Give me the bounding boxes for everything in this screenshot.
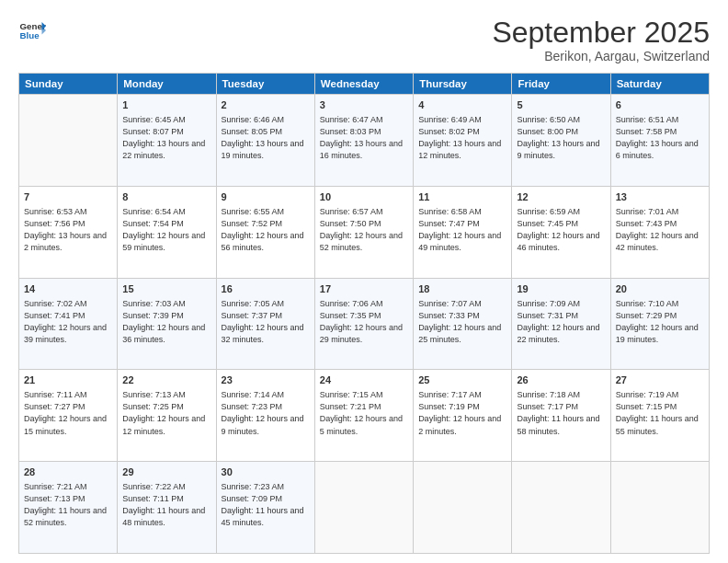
sunrise-text: Sunrise: 7:17 AM — [418, 389, 506, 401]
calendar-page: General Blue September 2025 Berikon, Aar… — [0, 0, 728, 563]
sunrise-text: Sunrise: 7:05 AM — [222, 298, 310, 310]
calendar-cell: 2Sunrise: 6:46 AMSunset: 8:05 PMDaylight… — [216, 95, 314, 187]
daylight-text: Daylight: 12 hours and 29 minutes. — [320, 322, 408, 346]
day-number: 13 — [616, 190, 704, 205]
sunset-text: Sunset: 7:21 PM — [320, 401, 408, 413]
day-number: 23 — [222, 373, 310, 388]
daylight-text: Daylight: 11 hours and 58 minutes. — [517, 413, 605, 437]
logo-icon: General Blue — [18, 17, 46, 44]
sunrise-text: Sunrise: 6:54 AM — [122, 206, 210, 218]
sunset-text: Sunset: 7:17 PM — [517, 401, 605, 413]
page-header: General Blue September 2025 Berikon, Aar… — [18, 17, 710, 63]
day-number: 15 — [122, 282, 210, 297]
daylight-text: Daylight: 12 hours and 2 minutes. — [418, 413, 506, 437]
sunrise-text: Sunrise: 7:03 AM — [122, 298, 210, 310]
calendar-cell: 11Sunrise: 6:58 AMSunset: 7:47 PMDayligh… — [414, 186, 512, 278]
calendar-cell: 17Sunrise: 7:06 AMSunset: 7:35 PMDayligh… — [314, 278, 413, 370]
sunset-text: Sunset: 7:33 PM — [418, 310, 506, 322]
daylight-text: Daylight: 13 hours and 9 minutes. — [517, 138, 605, 162]
calendar-cell: 13Sunrise: 7:01 AMSunset: 7:43 PMDayligh… — [610, 186, 709, 278]
day-number: 4 — [418, 98, 506, 113]
calendar-cell: 26Sunrise: 7:18 AMSunset: 7:17 PMDayligh… — [512, 370, 610, 462]
sunrise-text: Sunrise: 6:47 AM — [320, 114, 408, 126]
sunrise-text: Sunrise: 6:50 AM — [517, 114, 605, 126]
col-header-wednesday: Wednesday — [314, 74, 413, 95]
col-header-tuesday: Tuesday — [216, 74, 314, 95]
week-row-4: 21Sunrise: 7:11 AMSunset: 7:27 PMDayligh… — [19, 370, 710, 462]
day-number: 1 — [122, 98, 210, 113]
sunset-text: Sunset: 7:29 PM — [616, 310, 704, 322]
day-number: 6 — [616, 98, 704, 113]
sunrise-text: Sunrise: 7:15 AM — [320, 389, 408, 401]
logo: General Blue — [18, 17, 46, 44]
daylight-text: Daylight: 13 hours and 2 minutes. — [24, 230, 112, 254]
calendar-cell: 8Sunrise: 6:54 AMSunset: 7:54 PMDaylight… — [118, 186, 216, 278]
sunrise-text: Sunrise: 7:13 AM — [122, 389, 210, 401]
sunset-text: Sunset: 7:37 PM — [222, 310, 310, 322]
daylight-text: Daylight: 11 hours and 48 minutes. — [122, 505, 210, 529]
col-header-saturday: Saturday — [610, 74, 709, 95]
day-number: 2 — [222, 98, 310, 113]
day-number: 27 — [616, 373, 704, 388]
sunset-text: Sunset: 7:47 PM — [418, 218, 506, 230]
day-number: 9 — [222, 190, 310, 205]
sunset-text: Sunset: 7:43 PM — [616, 218, 704, 230]
sunrise-text: Sunrise: 7:02 AM — [24, 298, 112, 310]
daylight-text: Daylight: 13 hours and 22 minutes. — [122, 138, 210, 162]
daylight-text: Daylight: 12 hours and 49 minutes. — [418, 230, 506, 254]
calendar-cell: 29Sunrise: 7:22 AMSunset: 7:11 PMDayligh… — [118, 462, 216, 554]
sunset-text: Sunset: 7:52 PM — [222, 218, 310, 230]
sunrise-text: Sunrise: 6:45 AM — [122, 114, 210, 126]
day-number: 10 — [320, 190, 408, 205]
daylight-text: Daylight: 11 hours and 45 minutes. — [222, 505, 310, 529]
sunset-text: Sunset: 7:09 PM — [222, 493, 310, 505]
week-row-5: 28Sunrise: 7:21 AMSunset: 7:13 PMDayligh… — [19, 462, 710, 554]
sunset-text: Sunset: 7:41 PM — [24, 310, 112, 322]
calendar-cell: 22Sunrise: 7:13 AMSunset: 7:25 PMDayligh… — [118, 370, 216, 462]
calendar-cell: 5Sunrise: 6:50 AMSunset: 8:00 PMDaylight… — [512, 95, 610, 187]
day-number: 26 — [517, 373, 605, 388]
sunset-text: Sunset: 7:58 PM — [616, 126, 704, 138]
daylight-text: Daylight: 13 hours and 6 minutes. — [616, 138, 704, 162]
calendar-cell: 14Sunrise: 7:02 AMSunset: 7:41 PMDayligh… — [19, 278, 118, 370]
calendar-cell: 21Sunrise: 7:11 AMSunset: 7:27 PMDayligh… — [19, 370, 118, 462]
sunrise-text: Sunrise: 7:23 AM — [222, 481, 310, 493]
day-number: 18 — [418, 282, 506, 297]
day-number: 29 — [122, 465, 210, 480]
daylight-text: Daylight: 12 hours and 9 minutes. — [222, 413, 310, 437]
calendar-table: SundayMondayTuesdayWednesdayThursdayFrid… — [18, 73, 710, 554]
day-number: 11 — [418, 190, 506, 205]
daylight-text: Daylight: 12 hours and 19 minutes. — [616, 322, 704, 346]
sunrise-text: Sunrise: 7:14 AM — [222, 389, 310, 401]
calendar-cell: 27Sunrise: 7:19 AMSunset: 7:15 PMDayligh… — [610, 370, 709, 462]
day-number: 5 — [517, 98, 605, 113]
calendar-cell: 4Sunrise: 6:49 AMSunset: 8:02 PMDaylight… — [414, 95, 512, 187]
col-header-sunday: Sunday — [19, 74, 118, 95]
sunset-text: Sunset: 8:03 PM — [320, 126, 408, 138]
sunset-text: Sunset: 7:50 PM — [320, 218, 408, 230]
day-number: 28 — [24, 465, 112, 480]
sunset-text: Sunset: 8:05 PM — [222, 126, 310, 138]
calendar-header-row: SundayMondayTuesdayWednesdayThursdayFrid… — [19, 74, 710, 95]
calendar-cell — [414, 462, 512, 554]
sunset-text: Sunset: 7:27 PM — [24, 401, 112, 413]
sunset-text: Sunset: 7:15 PM — [616, 401, 704, 413]
calendar-cell: 12Sunrise: 6:59 AMSunset: 7:45 PMDayligh… — [512, 186, 610, 278]
day-number: 25 — [418, 373, 506, 388]
sunset-text: Sunset: 7:45 PM — [517, 218, 605, 230]
calendar-cell: 23Sunrise: 7:14 AMSunset: 7:23 PMDayligh… — [216, 370, 314, 462]
day-number: 16 — [222, 282, 310, 297]
sunrise-text: Sunrise: 6:51 AM — [616, 114, 704, 126]
col-header-thursday: Thursday — [414, 74, 512, 95]
day-number: 19 — [517, 282, 605, 297]
calendar-cell: 9Sunrise: 6:55 AMSunset: 7:52 PMDaylight… — [216, 186, 314, 278]
calendar-cell: 28Sunrise: 7:21 AMSunset: 7:13 PMDayligh… — [19, 462, 118, 554]
daylight-text: Daylight: 12 hours and 36 minutes. — [122, 322, 210, 346]
sunrise-text: Sunrise: 7:18 AM — [517, 389, 605, 401]
sunrise-text: Sunrise: 7:19 AM — [616, 389, 704, 401]
sunset-text: Sunset: 7:56 PM — [24, 218, 112, 230]
calendar-cell: 6Sunrise: 6:51 AMSunset: 7:58 PMDaylight… — [610, 95, 709, 187]
day-number: 30 — [222, 465, 310, 480]
col-header-monday: Monday — [118, 74, 216, 95]
daylight-text: Daylight: 12 hours and 15 minutes. — [24, 413, 112, 437]
